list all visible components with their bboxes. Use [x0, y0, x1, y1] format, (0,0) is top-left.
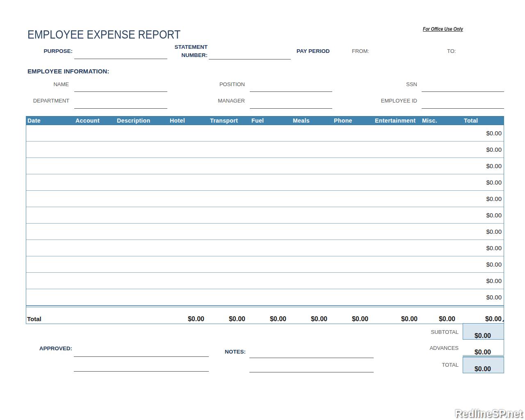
svg-text:RedlineSP.net: RedlineSP.net [455, 408, 523, 419]
